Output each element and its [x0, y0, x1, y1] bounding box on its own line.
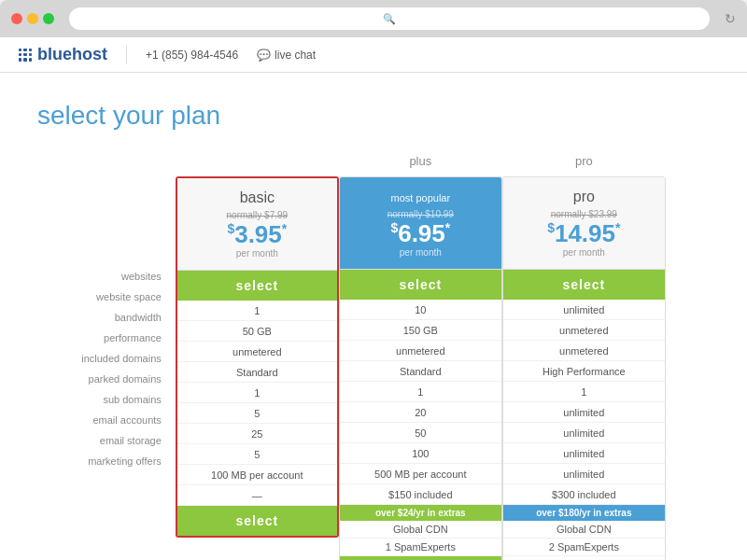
plan-pro-bandwidth: unmetered — [503, 341, 665, 361]
plan-basic-select-top[interactable]: select — [177, 271, 337, 301]
page-title: select your plan — [37, 101, 710, 131]
logo-text: bluehost — [37, 45, 107, 64]
plan-basic-card: basic normally $7.99 $3.95* per month se… — [176, 176, 339, 538]
nav-chat[interactable]: 💬 live chat — [257, 49, 316, 62]
plan-plus-extra-spam: 1 SpamExperts — [340, 539, 501, 556]
chat-icon: 💬 — [257, 49, 271, 62]
plan-basic-name: basic — [189, 189, 326, 206]
plan-pro-card: pro normally $23.99 $14.95* per month se… — [502, 176, 666, 560]
plan-pro-websites: unlimited — [503, 300, 665, 320]
refresh-button[interactable]: ↻ — [725, 11, 736, 26]
plan-pro-extras-banner: over $180/yr in extras — [503, 505, 665, 521]
plan-plus-space: 150 GB — [340, 320, 501, 341]
plan-pro-included-domains: 1 — [503, 382, 665, 402]
feature-label-included-domains: included domains — [81, 348, 162, 369]
plan-pro-space: unmetered — [503, 320, 665, 341]
plan-plus-websites: 10 — [340, 300, 501, 320]
plan-plus: plus most popular normally $10.99 $6.95*… — [339, 154, 502, 560]
plan-basic-email-accounts: 5 — [177, 444, 337, 465]
plan-plus-price: $6.95* — [351, 221, 490, 245]
plan-plus-normal-price: normally $10.99 — [351, 209, 490, 219]
plan-plus-included-domains: 1 — [340, 382, 501, 402]
plan-plus-bandwidth: unmetered — [340, 341, 501, 361]
plan-basic-price-suffix: per month — [189, 248, 326, 259]
plan-pro-marketing: $300 included — [503, 484, 665, 505]
plan-plus-select-bottom[interactable]: select — [340, 556, 501, 560]
plan-basic-email-storage: 100 MB per account — [177, 465, 337, 485]
feature-label-parked-domains: parked domains — [81, 369, 162, 389]
plan-plus-sub-domains: 50 — [340, 423, 501, 443]
plan-pro-features: unlimited unmetered unmetered High Perfo… — [503, 300, 665, 505]
plan-pro-parked-domains: unlimited — [503, 402, 665, 423]
plan-pro-extra-spam: 2 SpamExperts — [503, 539, 665, 556]
feature-label-bandwidth: bandwidth — [81, 307, 162, 328]
browser-window: 🔍 ↻ bluehost +1 (855) 984-4546 💬 live ch… — [0, 0, 747, 560]
plan-basic-included-domains: 1 — [177, 383, 337, 403]
plan-plus-email-storage: 500 MB per account — [340, 464, 501, 484]
nav-phone: +1 (855) 984-4546 — [146, 49, 238, 62]
plan-plus-performance: Standard — [340, 361, 501, 382]
plan-pro-normal-price: normally $23.99 — [514, 209, 654, 219]
feature-label-performance: performance — [81, 328, 162, 348]
plan-pro-name: pro — [514, 189, 654, 205]
plan-pro-price-suffix: per month — [514, 247, 654, 258]
plan-basic-price: $3.95* — [189, 222, 326, 246]
search-icon: 🔍 — [383, 13, 396, 25]
plan-plus-top-label: plus — [409, 154, 431, 173]
plan-basic: basic normally $7.99 $3.95* per month se… — [176, 154, 339, 538]
feature-label-email-accounts: email accounts — [81, 410, 162, 430]
plan-plus-extras-banner: over $24/yr in extras — [340, 505, 501, 521]
plan-pro-price: $14.95* — [514, 221, 654, 245]
plan-plus-select-top[interactable]: select — [340, 270, 501, 300]
close-button[interactable] — [11, 13, 22, 24]
plan-plus-header: most popular normally $10.99 $6.95* per … — [340, 177, 501, 270]
plan-pro-extra-ssl: 1 SSL — [503, 556, 665, 560]
plan-pro-performance: High Performance — [503, 361, 665, 382]
plan-plus-card: most popular normally $10.99 $6.95* per … — [339, 176, 502, 560]
plan-pro-select-top[interactable]: select — [503, 270, 665, 300]
plan-plus-price-suffix: per month — [351, 247, 490, 258]
features-labels: websites website space bandwidth perform… — [81, 154, 176, 471]
minimize-button[interactable] — [27, 13, 38, 24]
plan-pro-sub-domains: unlimited — [503, 423, 665, 443]
plan-basic-features: 1 50 GB unmetered Standard 1 5 25 5 100 … — [177, 301, 337, 506]
plan-pro-header: pro normally $23.99 $14.95* per month — [503, 177, 665, 270]
feature-label-website-space: website space — [81, 287, 162, 307]
plan-plus-parked-domains: 20 — [340, 402, 501, 423]
feature-label-sub-domains: sub domains — [81, 389, 162, 410]
address-bar[interactable]: 🔍 — [69, 7, 710, 30]
plan-basic-parked-domains: 5 — [177, 403, 337, 424]
plan-pro-email-storage: unlimited — [503, 464, 665, 484]
plan-basic-bandwidth: unmetered — [177, 342, 337, 362]
nav-bar: bluehost +1 (855) 984-4546 💬 live chat — [0, 37, 747, 73]
feature-label-websites: websites — [81, 266, 162, 287]
plan-basic-select-bottom[interactable]: select — [177, 506, 337, 536]
most-popular-badge: most popular — [384, 190, 458, 205]
feature-label-email-storage: email storage — [81, 430, 162, 451]
plan-pro-top-label: pro — [575, 154, 593, 173]
plan-plus-email-accounts: 100 — [340, 443, 501, 464]
plan-basic-marketing: — — [177, 485, 337, 506]
plan-basic-normal-price: normally $7.99 — [189, 210, 326, 220]
traffic-lights — [11, 13, 54, 24]
main-content: select your plan websites website space … — [0, 73, 747, 560]
logo: bluehost — [19, 45, 107, 64]
plan-basic-header: basic normally $7.99 $3.95* per month — [177, 178, 337, 271]
plan-pro: pro pro normally $23.99 $14.95* per mont… — [502, 154, 666, 560]
plans-container: websites website space bandwidth perform… — [37, 154, 710, 560]
maximize-button[interactable] — [43, 13, 54, 24]
plan-pro-extra-cdn: Global CDN — [503, 521, 665, 539]
feature-label-marketing-offers: marketing offers — [81, 451, 162, 471]
plan-basic-space: 50 GB — [177, 321, 337, 342]
plan-basic-sub-domains: 25 — [177, 424, 337, 444]
plan-basic-websites: 1 — [177, 301, 337, 321]
plan-plus-marketing: $150 included — [340, 484, 501, 505]
plan-pro-email-accounts: unlimited — [503, 443, 665, 464]
plan-plus-extra-cdn: Global CDN — [340, 521, 501, 539]
plan-basic-performance: Standard — [177, 362, 337, 383]
nav-divider — [126, 46, 127, 64]
plan-plus-features: 10 150 GB unmetered Standard 1 20 50 100… — [340, 300, 501, 505]
grid-icon — [19, 49, 32, 62]
browser-titlebar: 🔍 ↻ — [0, 0, 747, 37]
